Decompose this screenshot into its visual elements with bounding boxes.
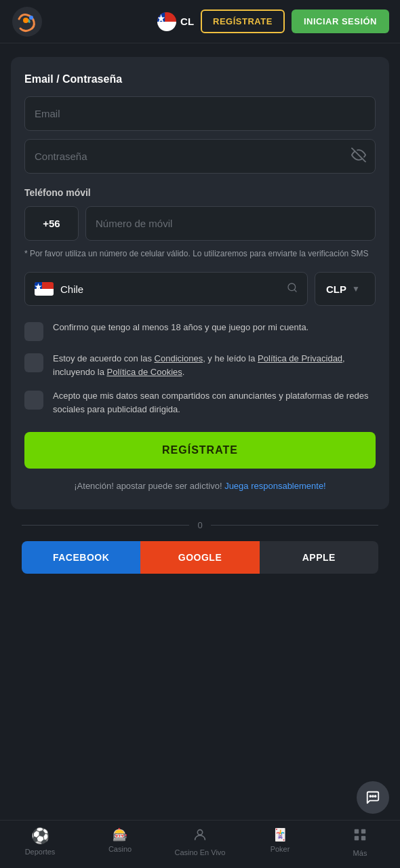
nav-item-more[interactable]: Más — [320, 827, 400, 857]
divider-right — [211, 525, 378, 526]
live-casino-icon — [193, 827, 207, 846]
nav-item-sports[interactable]: ⚽ Deportes — [0, 827, 80, 857]
checkbox-row-3: Acepto que mis datos sean compartidos co… — [24, 389, 376, 416]
country-currency-row: Chile CLP ▼ — [24, 272, 376, 306]
nav-item-casino[interactable]: 🎰 Casino — [80, 827, 160, 857]
toggle-password-icon[interactable] — [351, 147, 366, 165]
svg-rect-18 — [355, 829, 359, 833]
divider-label: 0 — [197, 520, 202, 530]
checkbox-row-2: Estoy de acuerdo con las Condiciones, y … — [24, 352, 376, 378]
checkbox-group: Confirmo que tengo al menos 18 años y qu… — [24, 321, 376, 416]
sms-notice: * Por favor utiliza un número de celular… — [24, 248, 376, 260]
casino-label: Casino — [108, 845, 132, 853]
nav-item-live-casino[interactable]: Casino En Vivo — [160, 827, 240, 857]
warning-text: ¡Atención! apostar puede ser adictivo! J… — [24, 479, 376, 493]
svg-point-17 — [197, 830, 202, 835]
header-right: CL REGÍSTRATE INICIAR SESIÓN — [157, 9, 389, 33]
email-section-title: Email / Contraseña — [24, 73, 376, 85]
checkbox-data-label: Acepto que mis datos sean compartidos co… — [53, 389, 376, 416]
svg-rect-4 — [157, 22, 176, 31]
svg-point-14 — [372, 795, 374, 797]
sports-label: Deportes — [25, 848, 56, 856]
header-register-button[interactable]: REGÍSTRATE — [201, 9, 285, 33]
checkbox-data-sharing[interactable] — [24, 391, 43, 410]
live-casino-label: Casino En Vivo — [174, 848, 225, 856]
bottom-navigation: ⚽ Deportes 🎰 Casino Casino En Vivo 🃏 Pok… — [0, 820, 400, 868]
phone-row: +56 — [24, 206, 376, 241]
casino-icon: 🎰 — [113, 827, 127, 842]
currency-dropdown-icon: ▼ — [352, 284, 360, 294]
country-selector[interactable]: Chile — [24, 272, 308, 306]
apple-login-button[interactable]: APPLE — [260, 541, 378, 574]
svg-rect-9 — [35, 289, 54, 296]
responsible-gambling-link[interactable]: Juega responsablemente! — [224, 481, 326, 491]
checkbox-terms[interactable] — [24, 353, 43, 372]
checkbox-age[interactable] — [24, 322, 43, 341]
flag-icon-header — [157, 12, 176, 31]
more-icon — [353, 827, 367, 846]
checkbox-age-label: Confirmo que tengo al menos 18 años y qu… — [53, 321, 308, 334]
svg-line-13 — [294, 290, 296, 292]
chile-flag-icon — [35, 282, 54, 296]
sports-icon: ⚽ — [31, 827, 49, 845]
svg-point-15 — [369, 795, 371, 797]
social-login-buttons: FACEBOOK GOOGLE APPLE — [11, 541, 389, 574]
svg-point-1 — [23, 18, 28, 23]
privacy-link[interactable]: Política de Privacidad — [258, 353, 342, 363]
email-input[interactable] — [24, 96, 376, 131]
header: CL REGÍSTRATE INICIAR SESIÓN — [0, 0, 400, 43]
registration-form-card: Email / Contraseña Teléfono móvil +56 * … — [11, 57, 389, 509]
svg-rect-20 — [355, 836, 359, 840]
country-flag-header[interactable]: CL — [157, 12, 194, 31]
checkbox-terms-label: Estoy de acuerdo con las Condiciones, y … — [53, 352, 376, 378]
facebook-login-button[interactable]: FACEBOOK — [22, 541, 140, 574]
divider-row: 0 — [11, 520, 389, 530]
svg-point-16 — [375, 795, 376, 797]
phone-prefix[interactable]: +56 — [24, 206, 79, 241]
chat-icon — [365, 790, 380, 805]
country-code-label: CL — [180, 16, 194, 27]
google-login-button[interactable]: GOOGLE — [140, 541, 259, 574]
currency-selector[interactable]: CLP ▼ — [315, 272, 376, 306]
poker-label: Poker — [271, 845, 290, 853]
logo[interactable] — [11, 5, 43, 38]
phone-input[interactable] — [85, 206, 376, 241]
svg-rect-21 — [361, 836, 365, 840]
phone-section-title: Teléfono móvil — [24, 187, 376, 198]
country-search-icon — [287, 282, 298, 296]
coolbet-logo-icon — [11, 5, 43, 38]
checkbox-row-1: Confirmo que tengo al menos 18 años y qu… — [24, 321, 376, 341]
divider-left — [22, 525, 189, 526]
password-wrapper — [24, 139, 376, 174]
password-input[interactable] — [24, 139, 376, 174]
poker-icon: 🃏 — [273, 827, 287, 842]
svg-rect-19 — [361, 829, 365, 833]
svg-point-2 — [29, 16, 33, 20]
cookies-link[interactable]: Política de Cookies — [107, 367, 182, 377]
register-main-button[interactable]: REGÍSTRATE — [24, 432, 376, 469]
main-content: Email / Contraseña Teléfono móvil +56 * … — [0, 43, 400, 652]
currency-label: CLP — [326, 283, 346, 295]
more-label: Más — [353, 849, 367, 857]
header-login-button[interactable]: INICIAR SESIÓN — [292, 9, 389, 33]
terms-link[interactable]: Condiciones — [155, 353, 203, 363]
country-name-label: Chile — [60, 283, 280, 295]
chat-support-button[interactable] — [357, 781, 389, 814]
nav-item-poker[interactable]: 🃏 Poker — [240, 827, 320, 857]
